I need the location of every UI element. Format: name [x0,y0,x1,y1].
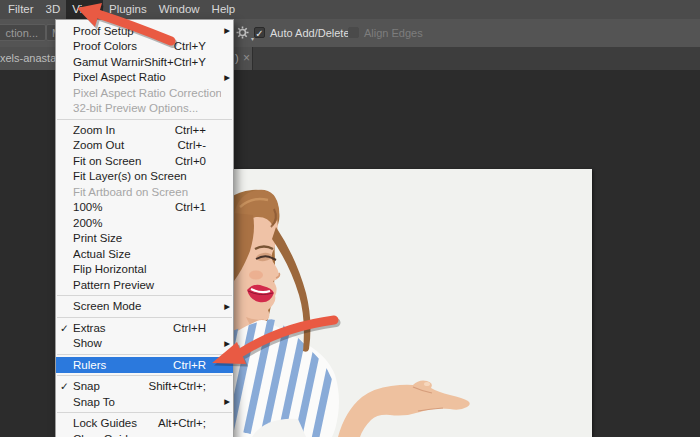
submenu-arrow-icon: ▶ [221,397,230,406]
menubar-item-window[interactable]: Window [153,0,206,19]
menu-item-snap[interactable]: ✓SnapShift+Ctrl+; [56,379,233,395]
menu-item-label: Fit Artboard on Screen [73,186,221,198]
menu-item-32-bit-preview-options: 32-bit Preview Options... [56,101,233,117]
menu-item-shortcut: Ctrl+R [173,359,206,371]
menu-item-zoom-in[interactable]: Zoom InCtrl++ [56,122,233,138]
tab-close-icon[interactable]: × [243,47,250,70]
menubar-item-help[interactable]: Help [206,0,242,19]
menu-item-label: 32-bit Preview Options... [73,102,221,114]
menubar-item-3d[interactable]: 3D [40,0,67,19]
menu-item-proof-setup[interactable]: Proof Setup▶ [56,23,233,39]
menu-item-pattern-preview[interactable]: Pattern Preview [56,277,233,293]
menu-item-label: Proof Setup [73,25,221,37]
menu-item-label: Rulers [73,359,173,371]
menu-item-snap-to[interactable]: Snap To▶ [56,394,233,410]
menu-item-pixel-aspect-ratio-correction: Pixel Aspect Ratio Correction [56,85,233,101]
menu-item-actual-size[interactable]: Actual Size [56,246,233,262]
menu-item-shortcut: Alt+Ctrl+; [158,417,206,429]
menubar: Filter 3D View Plugins Window Help [0,0,700,19]
menu-item-label: Screen Mode [73,300,221,312]
view-menu: Proof Setup▶Proof ColorsCtrl+YGamut Warn… [55,19,234,437]
submenu-arrow-icon: ▶ [221,302,230,311]
menu-item-label: Snap [73,380,148,392]
menu-item-label: Zoom Out [73,139,178,151]
menu-item-label: Actual Size [73,248,221,260]
menu-item-label: Pattern Preview [73,279,221,291]
menu-item-shortcut: Ctrl+- [178,139,206,151]
submenu-arrow-icon: ▶ [221,73,230,82]
menu-item-flip-horizontal[interactable]: Flip Horizontal [56,262,233,278]
menu-item-shortcut: Ctrl+Y [174,40,206,52]
auto-add-delete-label[interactable]: Auto Add/Delete [270,27,350,39]
menu-item-shortcut: Shift+Ctrl+Y [144,56,206,68]
menu-item-100[interactable]: 100%Ctrl+1 [56,200,233,216]
truncated-option-button[interactable]: ction... [0,24,46,41]
document-tab-title-end: ) [235,47,239,70]
menu-item-label: Lock Guides [73,417,158,429]
menu-item-label: Print Size [73,232,221,244]
menu-item-shortcut: Ctrl++ [175,124,206,136]
menubar-item-view[interactable]: View [66,0,103,19]
menu-item-label: Pixel Aspect Ratio Correction [73,87,221,99]
photoshop-window: Filter 3D View Plugins Window Help ction… [0,0,700,437]
menu-item-proof-colors[interactable]: Proof ColorsCtrl+Y [56,39,233,55]
menu-item-label: Flip Horizontal [73,263,221,275]
menu-item-shortcut: Ctrl+0 [175,155,206,167]
menu-item-label: Show [73,337,221,349]
menu-item-label: Gamut Warning [73,56,144,68]
submenu-arrow-icon: ▶ [221,339,230,348]
menu-item-label: Extras [73,322,173,334]
menu-item-label: Fit on Screen [73,155,175,167]
menu-item-zoom-out[interactable]: Zoom OutCtrl+- [56,138,233,154]
menu-item-gamut-warning[interactable]: Gamut WarningShift+Ctrl+Y [56,54,233,70]
menu-item-fit-layer-s-on-screen[interactable]: Fit Layer(s) on Screen [56,169,233,185]
align-edges-label: Align Edges [364,27,423,39]
menubar-item-filter[interactable]: Filter [2,0,40,19]
menu-item-label: 200% [73,217,221,229]
menubar-item-plugins[interactable]: Plugins [103,0,153,19]
menu-item-label: Proof Colors [73,40,174,52]
menu-item-label: Pixel Aspect Ratio [73,71,221,83]
menu-item-label: Fit Layer(s) on Screen [73,170,221,182]
menu-item-screen-mode[interactable]: Screen Mode▶ [56,299,233,315]
menu-item-fit-artboard-on-screen: Fit Artboard on Screen [56,184,233,200]
check-icon: ✓ [56,322,73,334]
menu-item-shortcut: Ctrl+1 [175,201,206,213]
menu-item-label: 100% [73,201,175,213]
menu-item-fit-on-screen[interactable]: Fit on ScreenCtrl+0 [56,153,233,169]
check-icon: ✓ [56,380,73,392]
menu-item-label: Zoom In [73,124,175,136]
menu-item-print-size[interactable]: Print Size [56,231,233,247]
menu-item-200[interactable]: 200% [56,215,233,231]
gear-icon[interactable]: ▾ [236,25,254,41]
menu-item-pixel-aspect-ratio[interactable]: Pixel Aspect Ratio▶ [56,70,233,86]
menu-item-rulers[interactable]: RulersCtrl+R [56,357,233,373]
menu-item-shortcut: Ctrl+H [173,322,206,334]
menu-item-lock-guides[interactable]: Lock GuidesAlt+Ctrl+; [56,416,233,432]
submenu-arrow-icon: ▶ [221,26,230,35]
auto-add-delete-checkbox[interactable]: ✓ [254,27,265,38]
menu-item-clear-guides[interactable]: Clear Guides [56,431,233,437]
align-edges-checkbox [348,27,359,38]
menu-item-label: Snap To [73,396,221,408]
menu-item-show[interactable]: Show▶ [56,336,233,352]
menu-item-label: Clear Guides [73,433,221,437]
menu-item-extras[interactable]: ✓ExtrasCtrl+H [56,320,233,336]
menu-item-shortcut: Shift+Ctrl+; [148,380,206,392]
